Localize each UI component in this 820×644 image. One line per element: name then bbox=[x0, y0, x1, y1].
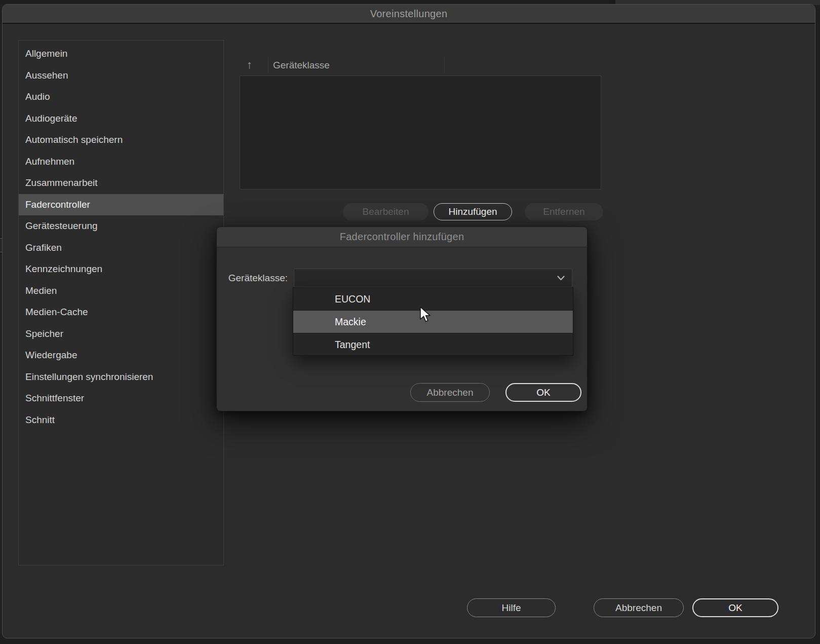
chevron-down-icon bbox=[557, 276, 565, 281]
sidebar-item-label: Gerätesteuerung bbox=[25, 220, 98, 232]
sidebar-item-label: Aufnehmen bbox=[25, 156, 74, 167]
device-list-header: ↑ Geräteklasse bbox=[240, 55, 601, 75]
edit-button[interactable]: Bearbeiten bbox=[343, 203, 428, 220]
sidebar-item-label: Audiogeräte bbox=[25, 113, 77, 124]
sidebar-item[interactable]: Speicher bbox=[19, 323, 223, 345]
sidebar-item[interactable]: Aufnehmen bbox=[19, 151, 223, 173]
header-separator bbox=[268, 57, 268, 73]
sidebar-item-label: Schnitt bbox=[25, 414, 55, 426]
sidebar-item[interactable]: Wiedergabe bbox=[19, 345, 223, 366]
add-fader-controller-dialog: Fadercontroller hinzufügen Geräteklasse:… bbox=[216, 226, 588, 411]
sidebar-item-label: Aussehen bbox=[25, 70, 68, 81]
device-class-select[interactable] bbox=[294, 269, 572, 287]
column-header-geraeteklasse[interactable]: Geräteklasse bbox=[273, 55, 330, 75]
sidebar-item-label: Audio bbox=[25, 91, 50, 102]
sidebar-item[interactable]: Automatisch speichern bbox=[19, 129, 223, 151]
dialog-title: Fadercontroller hinzufügen bbox=[340, 231, 464, 243]
fader-device-list[interactable] bbox=[240, 75, 601, 190]
window-title: Voreinstellungen bbox=[370, 8, 448, 20]
sidebar-item[interactable]: Audio bbox=[19, 86, 223, 108]
dialog-cancel-button[interactable]: Abbrechen bbox=[410, 383, 490, 402]
background-app-notch bbox=[609, 0, 615, 4]
sidebar-item-label: Einstellungen synchronisieren bbox=[25, 371, 153, 383]
sidebar-item-label: Medien bbox=[25, 285, 57, 296]
dialog-title-bar[interactable]: Fadercontroller hinzufügen bbox=[217, 227, 587, 247]
screen: Voreinstellungen Allgemein Aussehen Audi… bbox=[0, 0, 820, 644]
cancel-button[interactable]: Abbrechen bbox=[594, 598, 684, 617]
preferences-category-list: Allgemein Aussehen Audio Audiogeräte Aut… bbox=[18, 40, 224, 565]
ok-button[interactable]: OK bbox=[692, 598, 778, 617]
device-class-dropdown: EUCON Mackie Tangent bbox=[293, 287, 573, 356]
sidebar-item[interactable]: Allgemein bbox=[19, 43, 223, 65]
sidebar-item[interactable]: Schnittfenster bbox=[19, 388, 223, 409]
dropdown-option[interactable]: Mackie bbox=[293, 311, 573, 333]
dropdown-option-label: EUCON bbox=[335, 293, 370, 305]
header-separator bbox=[444, 57, 445, 73]
sidebar-item-label: Speicher bbox=[25, 328, 63, 339]
add-button[interactable]: Hinzufügen bbox=[434, 203, 512, 220]
sidebar-item[interactable]: Aussehen bbox=[19, 65, 223, 87]
dropdown-option-label: Mackie bbox=[335, 316, 366, 328]
sidebar-item-label: Medien-Cache bbox=[25, 307, 88, 318]
sidebar-item[interactable]: Medien-Cache bbox=[19, 301, 223, 323]
sidebar-item[interactable]: Gerätesteuerung bbox=[19, 215, 223, 237]
arrow-up-icon[interactable]: ↑ bbox=[247, 57, 252, 73]
sidebar-item[interactable]: Grafiken bbox=[19, 237, 223, 259]
help-button[interactable]: Hilfe bbox=[467, 598, 556, 617]
sidebar-item-label: Kennzeichnungen bbox=[25, 263, 102, 275]
window-title-bar[interactable]: Voreinstellungen bbox=[3, 5, 815, 24]
sidebar-item-label: Allgemein bbox=[25, 48, 67, 59]
device-class-label: Geräteklasse: bbox=[232, 269, 288, 287]
sidebar-item-label: Grafiken bbox=[25, 242, 62, 253]
sidebar-item[interactable]: Zusammenarbeit bbox=[19, 172, 223, 194]
sidebar-item[interactable]: Schnitt bbox=[19, 409, 223, 431]
sidebar-item-label: Automatisch speichern bbox=[25, 134, 123, 145]
sidebar-item[interactable]: Kennzeichnungen bbox=[19, 258, 223, 280]
sidebar-item-label: Zusammenarbeit bbox=[25, 177, 98, 188]
sidebar-item-label: Fadercontroller bbox=[25, 199, 90, 210]
dropdown-option[interactable]: EUCON bbox=[293, 288, 573, 311]
sidebar-item-label: Schnittfenster bbox=[25, 393, 84, 404]
sidebar-item[interactable]: Medien bbox=[19, 280, 223, 302]
dropdown-option[interactable]: Tangent bbox=[293, 333, 573, 356]
sidebar-item[interactable]: Audiogeräte bbox=[19, 108, 223, 130]
sidebar-item-label: Wiedergabe bbox=[25, 350, 77, 361]
sidebar-item[interactable]: Einstellungen synchronisieren bbox=[19, 366, 223, 388]
remove-button[interactable]: Entfernen bbox=[525, 203, 603, 220]
dialog-ok-button[interactable]: OK bbox=[505, 383, 581, 402]
sidebar-item[interactable]: Fadercontroller bbox=[19, 194, 223, 216]
dropdown-option-label: Tangent bbox=[335, 339, 370, 351]
